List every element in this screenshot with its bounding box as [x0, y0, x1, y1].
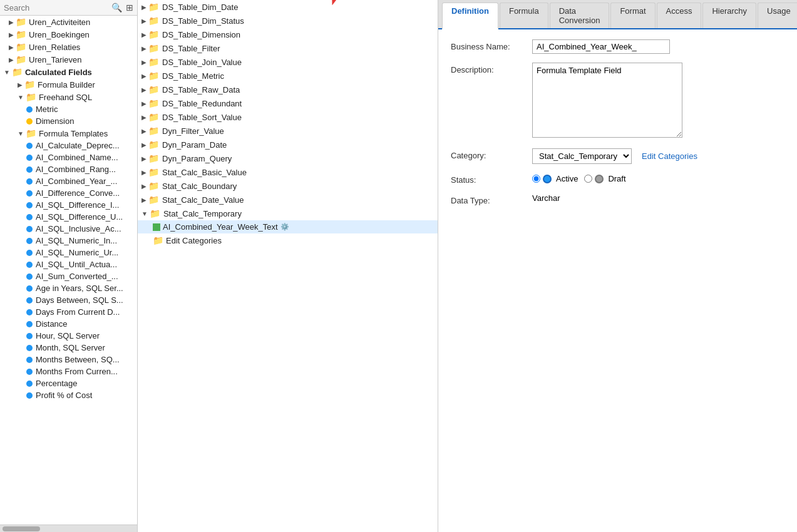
middle-tree-dyn-param-query[interactable]: ▶ 📁 Dyn_Param_Query	[138, 151, 438, 165]
sidebar-item-month-sql-server[interactable]: Month, SQL Server	[0, 342, 137, 354]
tab-definition[interactable]: Definition	[442, 3, 498, 29]
folder-icon: 📁	[24, 79, 35, 90]
sidebar-item-uren-activiteiten[interactable]: ▶ 📁 Uren_Activiteiten	[0, 16, 137, 28]
expand-arrow: ▶	[141, 59, 147, 66]
status-active-label[interactable]: Active	[532, 174, 578, 183]
status-control: Active Draft	[532, 173, 789, 183]
category-select[interactable]: Stat_Calc_Temporary	[532, 148, 632, 164]
sidebar-item-label: Dimension	[36, 116, 74, 126]
middle-tree-ds-dim-status[interactable]: ▶ 📁 DS_Table_Dim_Status	[138, 14, 438, 28]
sidebar-item-ai-calc-deprec[interactable]: AI_Calculate_Deprec...	[0, 140, 137, 151]
sidebar-item-formula-builder[interactable]: ▶ 📁 Formula Builder	[0, 78, 137, 91]
edit-categories-form-link[interactable]: Edit Categories	[642, 151, 697, 161]
sidebar-item-label: Month, SQL Server	[36, 343, 105, 352]
folder-icon: 📁	[148, 84, 159, 95]
item-dot	[26, 214, 33, 220]
sidebar-item-days-between[interactable]: Days Between, SQL S...	[0, 294, 137, 306]
status-active-text: Active	[556, 174, 578, 183]
sidebar-item-ai-combined-name[interactable]: AI_Combined_Name...	[0, 151, 137, 163]
description-textarea[interactable]: Formula Template Field	[532, 63, 682, 138]
search-icon[interactable]: 🔍	[111, 3, 122, 13]
sidebar-item-months-between-sq[interactable]: Months Between, SQ...	[0, 354, 137, 366]
sidebar-item-age-in-years[interactable]: Age in Years, SQL Ser...	[0, 282, 137, 294]
sidebar-item-days-from-current[interactable]: Days From Current D...	[0, 306, 137, 318]
sidebar-item-label: Uren_Tarieven	[29, 55, 82, 64]
middle-tree-ds-redundant[interactable]: ▶ 📁 DS_Table_Redundant	[138, 96, 438, 110]
sidebar-item-ai-sql-until-actua[interactable]: AI_SQL_Until_Actua...	[0, 258, 137, 270]
middle-tree-ds-raw-data[interactable]: ▶ 📁 DS_Table_Raw_Data	[138, 83, 438, 96]
middle-tree-stat-calc-boundary[interactable]: ▶ 📁 Stat_Calc_Boundary	[138, 179, 438, 193]
sidebar-item-uren-tarieven[interactable]: ▶ 📁 Uren_Tarieven	[0, 53, 137, 66]
middle-tree-ds-filter[interactable]: ▶ 📁 DS_Table_Filter	[138, 41, 438, 55]
item-dot	[26, 345, 33, 351]
folder-label: DS_Table_Sort_Value	[162, 113, 242, 122]
sidebar-item-label: Uren_Boekingen	[29, 30, 90, 39]
search-input[interactable]	[4, 3, 109, 13]
sidebar-item-ai-combined-rang[interactable]: AI_Combined_Rang...	[0, 163, 137, 175]
sidebar-item-ai-sql-inclusive-ac[interactable]: AI_SQL_Inclusive_Ac...	[0, 223, 137, 235]
sidebar-item-ai-sum-converted[interactable]: AI_Sum_Converted_...	[0, 270, 137, 282]
tab-usage[interactable]: Usage	[758, 3, 797, 28]
business-name-input[interactable]	[532, 39, 670, 54]
status-active-radio[interactable]	[532, 175, 540, 183]
middle-tree-stat-calc-date[interactable]: ▶ 📁 Stat_Calc_Date_Value	[138, 193, 438, 207]
sidebar-item-percentage[interactable]: Percentage	[0, 377, 137, 389]
item-dot	[26, 190, 33, 197]
expand-arrow: ▼	[18, 94, 24, 101]
middle-tree-dyn-filter-value[interactable]: ▶ 📁 Dyn_Filter_Value	[138, 124, 438, 138]
middle-tree-dyn-param-date[interactable]: ▶ 📁 Dyn_Param_Date	[138, 138, 438, 151]
sidebar-item-months-from-curren[interactable]: Months From Curren...	[0, 366, 137, 377]
sidebar-item-label: Uren_Activiteiten	[29, 18, 90, 27]
middle-tree-ds-metric[interactable]: ▶ 📁 DS_Table_Metric	[138, 69, 438, 83]
expand-arrow: ▶	[9, 44, 14, 51]
item-dot	[26, 250, 33, 256]
sidebar-scrollbar[interactable]	[0, 524, 137, 532]
folder-label: Stat_Calc_Boundary	[162, 182, 237, 191]
tab-access[interactable]: Access	[657, 3, 702, 28]
sidebar-item-ai-combined-year[interactable]: AI_Combined_Year_...	[0, 175, 137, 187]
sidebar-item-dimension[interactable]: Dimension	[0, 115, 137, 127]
sidebar-item-uren-boekingen[interactable]: ▶ 📁 Uren_Boekingen	[0, 28, 137, 41]
tab-hierarchy[interactable]: Hierarchy	[702, 3, 756, 28]
status-radio-group: Active Draft	[532, 173, 789, 183]
sidebar-item-label: Uren_Relaties	[29, 43, 80, 52]
folder-label: DS_Table_Join_Value	[162, 58, 242, 67]
sidebar-item-label: AI_Combined_Name...	[36, 153, 118, 162]
expand-arrow: ▶	[141, 73, 147, 79]
edit-categories-link[interactable]: Edit Categories	[166, 236, 222, 245]
expand-arrow: ▼	[141, 210, 148, 217]
tab-formula[interactable]: Formula	[500, 3, 548, 28]
sidebar-item-ai-sql-difference-u[interactable]: AI_SQL_Difference_U...	[0, 211, 137, 223]
sidebar-item-profit-pct-cost[interactable]: Profit % of Cost	[0, 389, 137, 401]
middle-tree-edit-categories[interactable]: 📁 Edit Categories	[138, 233, 438, 247]
sidebar-item-ai-sql-numeric-in[interactable]: AI_SQL_Numeric_In...	[0, 235, 137, 247]
sidebar-item-ai-difference-conve[interactable]: AI_Difference_Conve...	[0, 187, 137, 199]
folder-icon: 📁	[148, 126, 159, 136]
tab-format[interactable]: Format	[610, 3, 655, 28]
middle-tree-ds-join-value[interactable]: ▶ 📁 DS_Table_Join_Value	[138, 55, 438, 69]
sidebar-item-distance[interactable]: Distance	[0, 318, 137, 330]
sidebar-item-ai-sql-difference-i[interactable]: AI_SQL_Difference_I...	[0, 199, 137, 211]
middle-tree-ds-sort-value[interactable]: ▶ 📁 DS_Table_Sort_Value	[138, 110, 438, 124]
item-dot	[26, 357, 33, 363]
status-draft-label[interactable]: Draft	[584, 174, 625, 183]
sidebar-item-ai-sql-numeric-ur[interactable]: AI_SQL_Numeric_Ur...	[0, 247, 137, 258]
sidebar: 🔍 ⊞ ☰ ▶ 📁 Uren_Activiteiten ▶ 📁 Uren_Boe…	[0, 0, 138, 532]
sidebar-item-metric[interactable]: Metric	[0, 103, 137, 115]
middle-tree-ds-dimension[interactable]: ▶ 📁 DS_Table_Dimension	[138, 28, 438, 41]
middle-tree-stat-calc-basic[interactable]: ▶ 📁 Stat_Calc_Basic_Value	[138, 165, 438, 179]
status-draft-radio[interactable]	[584, 175, 592, 183]
middle-tree-ai-combined-year-week[interactable]: AI_Combined_Year_Week_Text ⚙️	[138, 220, 438, 233]
expand-arrow: ▶	[141, 114, 147, 121]
sidebar-item-hour-sql-server[interactable]: Hour, SQL Server	[0, 330, 137, 342]
expand-arrow: ▶	[141, 169, 147, 176]
sidebar-item-uren-relaties[interactable]: ▶ 📁 Uren_Relaties	[0, 41, 137, 53]
add-icon[interactable]: ⊞	[126, 3, 133, 13]
middle-tree-ds-dim-date[interactable]: ▶ 📁 DS_Table_Dim_Date	[138, 0, 438, 14]
sidebar-item-formula-templates[interactable]: ▼ 📁 Formula Templates	[0, 127, 137, 140]
sidebar-item-calculated-fields[interactable]: ▼ 📁 Calculated Fields	[0, 66, 137, 78]
sidebar-item-freehand-sql[interactable]: ▼ 📁 Freehand SQL	[0, 91, 137, 103]
tab-data-conversion[interactable]: Data Conversion	[550, 3, 610, 28]
middle-tree-stat-calc-temporary[interactable]: ▼ 📁 Stat_Calc_Temporary	[138, 207, 438, 220]
folder-icon: 📁	[16, 29, 26, 39]
